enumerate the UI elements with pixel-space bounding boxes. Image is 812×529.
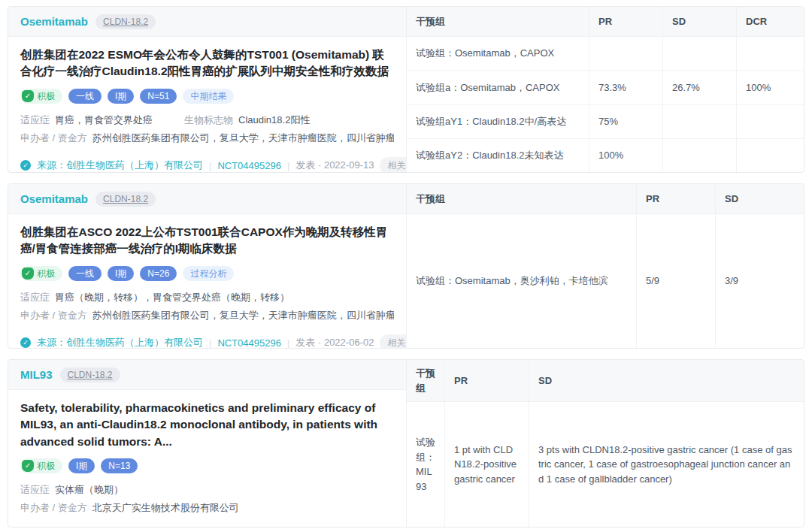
table-cell: [662, 37, 736, 70]
table-cell: 试验组a：Osemitamab，CAPOX: [407, 71, 589, 104]
separator: |: [209, 160, 211, 171]
table-cell: 试验组aY1：Claudin18.2中/高表达: [407, 105, 589, 138]
enrollment-tag: N=51: [140, 89, 177, 104]
column-header: SD: [715, 184, 804, 213]
source-row: ✓ 来源：创胜生物医药（上海）有限公司 | NCT04495296 | 发表 ·…: [20, 334, 394, 348]
drug-name-link[interactable]: Osemitamab: [20, 15, 88, 28]
field-label: 适应症: [20, 114, 50, 125]
table-cell: [736, 139, 804, 172]
result-card: Osemitamab CLDN-18.2 创胜集团在2022 ESMO年会公布令…: [8, 6, 804, 173]
table-cell: 试验组：Osemitamab，CAPOX: [407, 37, 589, 70]
line-tag: 一线: [68, 266, 102, 281]
field-value: 苏州创胜医药集团有限公司，复旦大学，天津市肿瘤医院，四川省肿瘤医院，青岛大...: [92, 310, 394, 321]
card-body: 创胜集团在2022 ESMO年会公布令人鼓舞的TST001 (Osemitama…: [8, 37, 406, 172]
tag-row: ✓积极 一线 I期 N=26 过程分析: [20, 266, 394, 281]
field-line: 申办者 / 资金方苏州创胜医药集团有限公司，复旦大学，天津市肿瘤医院，四川省肿瘤…: [20, 129, 394, 147]
article-title[interactable]: 创胜集团在2022 ESMO年会公布令人鼓舞的TST001 (Osemitama…: [20, 47, 394, 80]
phase-tag: I期: [108, 266, 134, 281]
drug-name-link[interactable]: MIL93: [20, 368, 53, 381]
field-value: 北京天广实生物技术股份有限公司: [92, 502, 239, 513]
result-card: MIL93 CLDN-18.2 Safety, tolerability, ph…: [8, 359, 804, 527]
table-cell: 试验组：MIL93: [407, 402, 444, 527]
card-left-pane: Osemitamab CLDN-18.2 创胜集团在2022 ESMO年会公布令…: [8, 7, 407, 172]
field-value: 胃癌，胃食管交界处癌: [55, 114, 153, 125]
target-badge[interactable]: CLDN-18.2: [60, 367, 120, 382]
article-title[interactable]: Safety, tolerability, pharmacokinetics a…: [20, 400, 394, 450]
field-label: 申办者 / 资金方: [20, 310, 87, 321]
related-results-badge[interactable]: 相关结果 / 2: [380, 334, 406, 348]
separator: |: [287, 337, 289, 348]
field-line: 申办者 / 资金方苏州创胜医药集团有限公司，复旦大学，天津市肿瘤医院，四川省肿瘤…: [20, 307, 394, 325]
table-header-row: 干预组 PR SD: [407, 184, 804, 214]
separator: |: [287, 160, 289, 171]
sentiment-tag: ✓积极: [20, 89, 62, 104]
table-cell: [662, 139, 736, 172]
check-shield-icon: ✓: [22, 268, 34, 280]
enrollment-tag: N=26: [140, 266, 177, 281]
target-badge[interactable]: CLDN-18.2: [95, 192, 156, 207]
source-link[interactable]: 来源：创胜生物医药（上海）有限公司: [37, 159, 203, 172]
table-cell-text: 3 pts with CLDN18.2-positive gastric can…: [538, 443, 795, 487]
nct-link[interactable]: NCT04495296: [217, 160, 281, 171]
table-cell: 26.7%: [662, 71, 736, 104]
field-line: 适应症实体瘤（晚期）: [20, 481, 394, 499]
results-table: 干预组 PR SD DCR 试验组：Osemitamab，CAPOX 试验组a：…: [407, 7, 804, 172]
publish-date: 发表 · 2022-06-02: [295, 336, 374, 348]
target-badge[interactable]: CLDN-18.2: [95, 14, 156, 29]
phase-tag: I期: [68, 458, 95, 473]
table-cell: 5/9: [636, 214, 715, 348]
field-label: 适应症: [20, 292, 50, 303]
card-header: Osemitamab CLDN-18.2: [8, 7, 406, 37]
card-left-pane: MIL93 CLDN-18.2 Safety, tolerability, ph…: [8, 360, 407, 527]
source-check-icon: ✓: [20, 337, 31, 348]
drug-name-link[interactable]: Osemitamab: [20, 192, 88, 205]
line-tag: 一线: [68, 89, 102, 104]
field-label: 申办者 / 资金方: [20, 502, 87, 513]
table-body: 试验组：MIL93 1 pt with CLDN18.2-positive ga…: [407, 402, 804, 527]
field-list: 适应症胃癌，胃食管交界处癌生物标志物Claudin18.2阳性 申办者 / 资金…: [20, 111, 394, 147]
result-type-tag: 过程分析: [183, 266, 234, 281]
sentiment-tag: ✓积极: [20, 266, 62, 281]
table-cell-text: 试验组：MIL93: [416, 435, 435, 494]
table-cell: 试验组：Osemitamab，奥沙利铂，卡培他滨: [407, 214, 636, 348]
column-header: SD: [662, 7, 736, 36]
sentiment-tag-label: 积极: [37, 266, 55, 281]
tag-row: ✓积极 I期 N=13: [20, 458, 394, 473]
source-link[interactable]: 来源：创胜生物医药（上海）有限公司: [37, 336, 203, 348]
article-title[interactable]: 创胜集团在ASCO 2022上公布TST001联合CAPOX作为晚期及转移性胃癌…: [20, 224, 394, 258]
result-type-tag: 中期结果: [183, 89, 234, 104]
table-cell: 3/9: [715, 214, 804, 348]
table-row: 试验组aY2：Claudin18.2未知表达 100%: [407, 138, 804, 172]
table-row: 试验组：MIL93 1 pt with CLDN18.2-positive ga…: [407, 402, 804, 527]
table-cell: [736, 37, 804, 70]
column-header: PR: [636, 184, 715, 213]
nct-link[interactable]: NCT04495296: [217, 337, 281, 348]
check-shield-icon: ✓: [22, 90, 34, 102]
table-cell: [589, 37, 662, 70]
card-header: Osemitamab CLDN-18.2: [8, 184, 406, 214]
field-value: 苏州创胜医药集团有限公司，复旦大学，天津市肿瘤医院，四川省肿瘤医院，青岛大...: [92, 132, 394, 144]
column-header: DCR: [736, 7, 804, 36]
field-value: 实体瘤（晚期）: [55, 484, 123, 495]
column-header: 干预组: [407, 360, 444, 401]
table-cell: 73.3%: [589, 71, 662, 104]
column-header: 干预组: [407, 7, 589, 36]
table-body: 试验组：Osemitamab，CAPOX 试验组a：Osemitamab，CAP…: [407, 37, 804, 172]
table-cell-text: 1 pt with CLDN18.2-positive gastric canc…: [454, 443, 520, 487]
table-body: 试验组：Osemitamab，奥沙利铂，卡培他滨 5/9 3/9: [407, 214, 804, 348]
card-header: MIL93 CLDN-18.2: [8, 360, 406, 390]
field-value: Claudin18.2阳性: [238, 114, 310, 125]
column-header: PR: [444, 360, 529, 401]
field-label: 生物标志物: [184, 114, 233, 125]
table-cell: 100%: [736, 71, 804, 104]
table-row: 试验组a：Osemitamab，CAPOX 73.3% 26.7% 100%: [407, 70, 804, 104]
sentiment-tag-label: 积极: [37, 89, 55, 104]
result-card: Osemitamab CLDN-18.2 创胜集团在ASCO 2022上公布TS…: [8, 183, 804, 349]
table-cell: [736, 105, 804, 138]
table-header-row: 干预组 PR SD: [407, 360, 804, 402]
source-check-icon: ✓: [20, 160, 31, 171]
field-line: 适应症胃癌（晚期，转移），胃食管交界处癌（晚期，转移）: [20, 289, 394, 307]
table-cell: 100%: [589, 139, 662, 172]
related-results-badge[interactable]: 相关结果 / 2: [380, 157, 406, 172]
table-cell: [662, 105, 736, 138]
